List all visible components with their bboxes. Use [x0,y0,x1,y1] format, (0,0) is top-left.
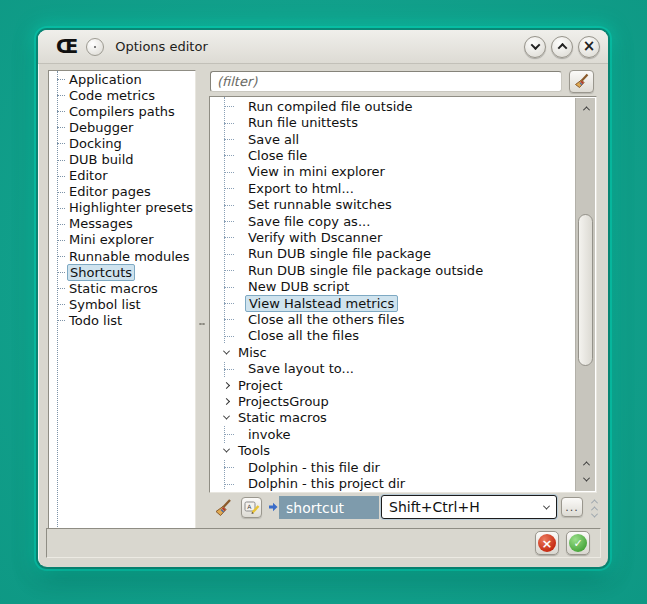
sidebar-item[interactable]: Messages [49,216,195,232]
cancel-button[interactable]: × [535,531,559,555]
broom-icon[interactable] [213,498,233,518]
sidebar-item[interactable]: Highlighter presets [49,200,195,216]
shortcut-value-combo[interactable]: Shift+Ctrl+H [381,495,557,519]
tree-row[interactable]: Project [210,377,575,393]
tree-row[interactable]: Tools [210,443,575,459]
ok-check-icon: ✓ [569,534,587,552]
tree-item-label: Run compiled file outside [245,99,416,114]
minimize-button[interactable] [524,36,546,58]
tree-item-label: Save file copy as... [245,214,373,229]
tree-row[interactable]: Dolphin - this project dir [210,475,575,491]
tree-item-label: View in mini explorer [245,164,388,179]
sidebar-item-label: Debugger [67,120,135,135]
sidebar-item[interactable]: Runnable modules [49,248,195,264]
tree-row[interactable]: Export to html... [210,180,575,196]
titlebar[interactable]: Œ Options editor × [38,30,608,64]
maximize-button[interactable] [551,36,573,58]
clear-filter-button[interactable] [569,70,594,93]
tree-row[interactable]: Close all the others files [210,311,575,327]
sidebar-item-label: Editor [67,168,109,183]
sidebar-item-label: Messages [67,216,135,231]
sidebar-item[interactable]: Symbol list [49,296,195,312]
tree-row[interactable]: Close file [210,147,575,163]
tree-item-label: ProjectsGroup [235,394,332,409]
close-button[interactable]: × [578,36,600,58]
tree-row[interactable]: invoke [210,426,575,442]
tree-row[interactable]: Save all [210,131,575,147]
scroll-down-icon[interactable] [576,471,596,487]
tree-row[interactable]: Save file copy as... [210,213,575,229]
sidebar-item[interactable]: Debugger [49,119,195,135]
tree-row[interactable]: Static macros [210,410,575,426]
property-name-cell[interactable]: shortcut [279,496,379,519]
tree-rows: Run compiled file outsideRun file unitte… [210,98,575,492]
tree-item-label: Save all [245,132,302,147]
tree-row[interactable]: View Halstead metrics [210,295,575,311]
sidebar-item[interactable]: Application [49,71,195,87]
tree-row[interactable]: Set runnable switches [210,196,575,212]
tree-item-label: Save layout to... [245,361,357,376]
chevron-down-icon[interactable] [222,413,229,420]
sidebar-item[interactable]: Todo list [49,312,195,328]
filter-input[interactable] [210,71,562,92]
cancel-icon: × [538,534,556,552]
tree-row[interactable]: Run DUB single file package outside [210,262,575,278]
sidebar-item[interactable]: Mini explorer [49,232,195,248]
tree-row[interactable]: View in mini explorer [210,164,575,180]
tree-row[interactable]: Run compiled file outside [210,98,575,114]
tree-item-label: Dolphin - this project dir [245,476,408,491]
tree-row[interactable]: Misc [210,344,575,360]
tree-row[interactable]: New DUB script [210,278,575,294]
chevron-right-icon[interactable] [222,382,229,389]
sidebar-item-label: Todo list [67,313,124,328]
chevron-down-icon[interactable] [222,347,229,354]
sidebar-item-label: Symbol list [67,297,143,312]
chevron-right-icon[interactable] [222,398,229,405]
scroll-up-icon[interactable] [576,100,596,116]
tree-item-label: Close file [245,148,310,163]
scrollbar-thumb[interactable] [578,214,593,366]
scroll-up-icon [590,499,597,506]
tree-item-label: Static macros [235,410,330,425]
sidebar-item[interactable]: Shortcuts [49,264,195,280]
splitter-handle[interactable] [198,70,206,550]
sidebar-item-label: Shortcuts [67,264,135,281]
shortcuts-tree: Run compiled file outsideRun file unitte… [209,96,597,493]
tree-row[interactable]: ProjectsGroup [210,393,575,409]
tree-item-label: Dolphin - this file dir [245,460,383,475]
more-button[interactable]: ... [561,497,583,517]
sidebar-item[interactable]: Static macros [49,280,195,296]
tree-row[interactable]: Save layout to... [210,361,575,377]
sidebar-item[interactable]: Docking [49,135,195,151]
sidebar-item[interactable]: Code metrics [49,87,195,103]
tree-scrollbar[interactable] [575,98,595,491]
shortcuts-panel: Run compiled file outsideRun file unitte… [208,70,600,522]
edit-shortcut-button[interactable]: A [241,497,262,518]
property-grid-scroll[interactable] [587,494,601,522]
options-editor-window: Œ Options editor × ApplicationCode metri… [38,30,608,567]
scroll-up-icon[interactable] [576,455,596,471]
tree-item-label: Run DUB single file package outside [245,263,486,278]
sidebar-item[interactable]: Compilers paths [49,103,195,119]
ok-button[interactable]: ✓ [566,531,590,555]
sidebar-item[interactable]: Editor [49,168,195,184]
tree-item-label: View Halstead metrics [245,295,398,312]
sidebar-item-label: Compilers paths [67,104,177,119]
chevron-up-icon [557,43,567,53]
tree-row[interactable]: Verify with Dscanner [210,229,575,245]
sidebar-item-label: Docking [67,136,124,151]
tree-row[interactable]: Close all the files [210,328,575,344]
tree-row[interactable]: Run file unittests [210,114,575,130]
sidebar-item[interactable]: Editor pages [49,184,195,200]
sidebar-item-label: Highlighter presets [67,200,195,215]
sidebar-item-label: Runnable modules [67,249,192,264]
close-icon: × [583,39,596,54]
sidebar-item-label: Code metrics [67,88,157,103]
sidebar-item[interactable]: DUB build [49,151,195,167]
tree-row[interactable]: Run DUB single file package [210,246,575,262]
window-menu-button[interactable] [86,38,104,56]
chevron-down-icon[interactable] [222,446,229,453]
sidebar-item-label: Application [67,72,144,87]
tree-row[interactable]: Dolphin - this file dir [210,459,575,475]
sidebar-item-label: Static macros [67,281,160,296]
